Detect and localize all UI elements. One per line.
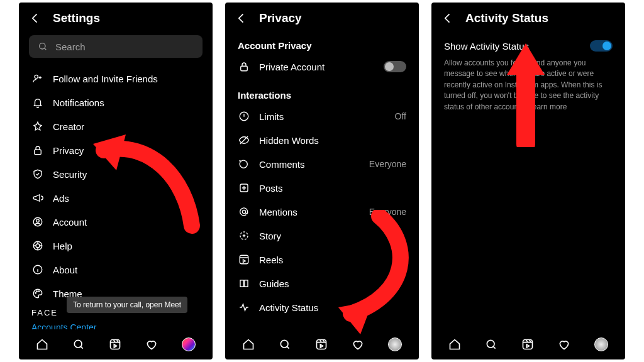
settings-item-label: Creator: [53, 121, 84, 132]
privacy-item-story[interactable]: Story: [225, 224, 419, 248]
svg-point-21: [487, 340, 494, 348]
home-icon[interactable]: [36, 338, 48, 351]
profile-avatar[interactable]: [388, 337, 402, 351]
privacy-item-activity-status[interactable]: Activity Status: [225, 295, 419, 319]
shield-icon: [31, 168, 44, 180]
settings-item-security[interactable]: Security: [19, 162, 213, 186]
reels-tab-icon[interactable]: [521, 338, 534, 351]
back-icon[interactable]: [235, 12, 248, 25]
lock-icon: [238, 60, 250, 73]
limits-icon: [238, 110, 250, 123]
settings-item-label: About: [53, 265, 77, 275]
bell-icon: [31, 96, 44, 109]
back-icon[interactable]: [441, 12, 454, 25]
search-tab-icon[interactable]: [72, 338, 85, 351]
posts-icon: [238, 182, 250, 194]
svg-rect-20: [317, 340, 326, 349]
settings-item-notifications[interactable]: Notifications: [19, 90, 213, 114]
settings-item-ads[interactable]: Ads: [19, 186, 213, 210]
call-toast[interactable]: To return to your call, open Meet: [67, 297, 187, 313]
settings-item-label: Account: [53, 217, 87, 228]
settings-item-account[interactable]: Account: [19, 210, 213, 234]
palette-icon: [31, 287, 44, 300]
activity-status-description: Allow accounts you follow and anyone you…: [431, 54, 625, 112]
privacy-item-hidden-words[interactable]: Hidden Words: [225, 128, 419, 152]
megaphone-icon: [31, 192, 44, 204]
svg-rect-18: [240, 255, 248, 264]
show-activity-status-toggle[interactable]: [590, 40, 613, 52]
privacy-item-label: Activity Status: [259, 302, 318, 313]
privacy-item-label: Story: [259, 231, 281, 241]
reels-icon: [238, 253, 250, 266]
settings-item-creator[interactable]: Creator: [19, 114, 213, 138]
tab-bar: [19, 329, 213, 359]
private-account-toggle[interactable]: [384, 61, 406, 72]
search-input[interactable]: Search: [29, 35, 203, 58]
settings-item-label: Follow and Invite Friends: [53, 74, 158, 84]
privacy-item-limits[interactable]: Limits Off: [225, 104, 419, 128]
star-icon: [31, 120, 44, 133]
settings-list: Follow and Invite Friends Notifications …: [19, 65, 213, 329]
profile-avatar[interactable]: [594, 337, 608, 351]
privacy-item-mentions[interactable]: Mentions Everyone: [225, 200, 419, 224]
person-plus-icon: [31, 72, 44, 85]
svg-point-9: [36, 291, 38, 292]
privacy-item-value: Off: [395, 111, 406, 121]
comment-icon: [238, 158, 250, 170]
privacy-item-guides[interactable]: Guides: [225, 272, 419, 295]
svg-point-6: [36, 244, 40, 248]
svg-point-8: [35, 293, 36, 294]
privacy-screen: Privacy Account Privacy Private Account …: [225, 3, 419, 359]
search-placeholder: Search: [55, 41, 86, 52]
settings-item-label: Notifications: [53, 97, 104, 108]
settings-item-follow-invite[interactable]: Follow and Invite Friends: [19, 67, 213, 90]
privacy-item-posts[interactable]: Posts: [225, 176, 419, 200]
info-icon: [31, 263, 44, 276]
tab-bar: [431, 329, 625, 359]
settings-screen: Settings Search Follow and Invite Friend…: [19, 3, 213, 359]
privacy-item-private-account[interactable]: Private Account: [225, 55, 419, 79]
svg-point-1: [35, 75, 38, 78]
search-tab-icon[interactable]: [485, 338, 497, 351]
settings-item-about[interactable]: About: [19, 258, 213, 282]
privacy-item-label: Guides: [259, 278, 289, 289]
account-icon: [31, 216, 44, 228]
svg-point-0: [40, 43, 45, 49]
show-activity-status-label: Show Activity Status: [444, 41, 529, 52]
activity-header: Activity Status: [431, 3, 625, 31]
settings-item-label: Privacy: [53, 145, 84, 156]
settings-item-label: Security: [53, 169, 87, 180]
home-icon[interactable]: [242, 338, 255, 351]
settings-item-label: Help: [53, 241, 72, 251]
eye-off-icon: [238, 134, 250, 146]
reels-tab-icon[interactable]: [109, 338, 121, 351]
svg-rect-2: [35, 150, 42, 155]
search-tab-icon[interactable]: [279, 338, 291, 351]
settings-item-help[interactable]: Help: [19, 234, 213, 258]
heart-tab-icon[interactable]: [145, 338, 158, 351]
privacy-item-label: Comments: [259, 159, 305, 170]
show-activity-status-row[interactable]: Show Activity Status: [431, 31, 625, 54]
tab-bar: [225, 329, 419, 359]
accounts-center-link[interactable]: Accounts Center: [19, 317, 213, 329]
privacy-item-label: Hidden Words: [259, 135, 319, 146]
home-icon[interactable]: [448, 338, 461, 351]
reels-tab-icon[interactable]: [315, 338, 328, 351]
privacy-item-label: Mentions: [259, 207, 297, 217]
privacy-item-comments[interactable]: Comments Everyone: [225, 152, 419, 176]
svg-point-4: [36, 219, 40, 222]
lock-icon: [31, 144, 44, 156]
svg-point-16: [242, 210, 245, 213]
privacy-item-label: Reels: [259, 255, 283, 265]
svg-point-19: [280, 340, 288, 348]
svg-point-10: [38, 291, 40, 292]
heart-tab-icon[interactable]: [558, 338, 570, 351]
heart-tab-icon[interactable]: [352, 338, 364, 351]
profile-avatar[interactable]: [182, 337, 196, 351]
back-icon[interactable]: [29, 12, 42, 25]
settings-item-privacy[interactable]: Privacy: [19, 138, 213, 162]
privacy-item-reels[interactable]: Reels: [225, 248, 419, 272]
activity-icon: [238, 301, 250, 314]
at-icon: [238, 206, 250, 218]
privacy-item-label: Private Account: [259, 62, 325, 72]
